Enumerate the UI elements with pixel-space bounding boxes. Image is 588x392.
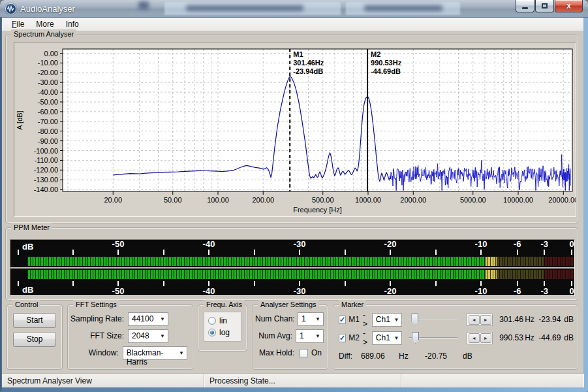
svg-text:-10.00: -10.00 <box>38 59 58 67</box>
ppm-tick-label: -3 <box>541 286 549 296</box>
m2-frequency-slider[interactable] <box>409 331 457 344</box>
ppm-tick-label: 0 <box>569 286 574 296</box>
m1-freq-value: 301.46 <box>499 315 525 324</box>
max-hold-label: Max Hold: <box>255 348 294 357</box>
m1-freq-unit: Hz <box>525 315 538 324</box>
ppm-tick <box>345 281 346 286</box>
num-avg-combo[interactable]: 1 ▼ <box>296 329 324 343</box>
marker-group: Marker ✓ M1 -> Ch1 ▼ ◄ ► <box>333 304 578 370</box>
chevron-down-icon: ▼ <box>160 333 165 339</box>
m2-channel-combo[interactable]: Ch1 ▼ <box>372 331 403 345</box>
diff-label: Diff: <box>339 351 361 361</box>
radio-lin-icon <box>208 317 216 325</box>
ppm-tick <box>254 281 255 286</box>
m2-label: M2 <box>348 333 360 342</box>
stop-button[interactable]: Stop <box>13 332 56 347</box>
num-chan-combo[interactable]: 1 ▼ <box>298 312 324 326</box>
ppm-tick-label: -30 <box>294 239 306 249</box>
svg-text:500.00: 500.00 <box>312 196 334 204</box>
svg-text:200.00: 200.00 <box>252 196 274 204</box>
num-avg-value: 1 <box>300 331 304 340</box>
client-area: File More Info Spectrum Analyser 0.00-10… <box>2 18 583 387</box>
m2-spinner: ◄ ► <box>467 332 493 344</box>
ppm-tick-label: -30 <box>294 286 306 296</box>
window-combo[interactable]: Blackman-Harris ▼ <box>123 346 187 360</box>
sampling-rate-label: Sampling Rate: <box>70 314 124 323</box>
ppm-zone <box>497 270 545 279</box>
app-icon <box>5 3 16 14</box>
fft-size-label: FFT Size: <box>70 331 124 340</box>
m1-spin-right-button[interactable]: ► <box>480 315 491 325</box>
m1-spinner: ◄ ► <box>467 314 493 326</box>
ppm-tick-label: -10 <box>475 239 487 249</box>
ppm-zone <box>544 270 575 279</box>
minimize-button[interactable] <box>516 0 534 12</box>
maximize-button[interactable] <box>535 0 554 12</box>
status-panel-processing: Processing State... <box>204 374 401 387</box>
m2-slider-thumb[interactable] <box>412 332 419 344</box>
close-button[interactable]: x <box>555 0 583 12</box>
window-label: Window: <box>70 348 119 357</box>
ppm-tick-label: -6 <box>514 239 521 249</box>
fft-size-combo[interactable]: 2048 ▼ <box>128 329 168 343</box>
m1-spin-left-button[interactable]: ◄ <box>469 315 480 325</box>
ppm-tick <box>117 281 119 286</box>
sampling-rate-value: 44100 <box>132 314 153 323</box>
ppm-tick <box>254 250 255 255</box>
menu-info[interactable]: Info <box>60 18 85 30</box>
svg-text:-80.00: -80.00 <box>38 127 58 135</box>
spectrum-group-label: Spectrum Analyser <box>11 29 76 39</box>
m1-slider-thumb[interactable] <box>411 314 418 325</box>
svg-text:0.00: 0.00 <box>44 50 58 57</box>
ppm-zone <box>27 257 485 266</box>
svg-text:-70.00: -70.00 <box>38 118 58 125</box>
chevron-down-icon: ▼ <box>315 316 320 322</box>
max-hold-checkbox[interactable] <box>300 349 308 357</box>
max-hold-option-label: On <box>311 348 322 357</box>
m2-spin-left-button[interactable]: ◄ <box>469 333 480 343</box>
ppm-tick <box>435 281 437 286</box>
radio-lin-label: lin <box>219 316 227 325</box>
background-blur-blob <box>186 5 303 11</box>
window-title: AudioAnalyser <box>20 4 75 14</box>
m1-frequency-slider[interactable] <box>409 313 457 326</box>
radio-lin[interactable]: lin <box>208 315 237 327</box>
svg-text:-130.00: -130.00 <box>34 176 58 184</box>
sampling-rate-combo[interactable]: 44100 ▼ <box>128 312 168 326</box>
title-bar[interactable]: AudioAnalyser x <box>0 0 588 18</box>
svg-text:5000.00: 5000.00 <box>460 196 486 204</box>
marker-row-m2: ✓ M2 -> Ch1 ▼ ◄ ► 990.53 <box>339 329 574 347</box>
m2-spin-right-button[interactable]: ► <box>480 333 491 343</box>
m1-channel-combo[interactable]: Ch1 ▼ <box>372 313 403 327</box>
ppm-tick <box>517 250 518 255</box>
svg-text:-30.00: -30.00 <box>38 78 58 86</box>
ppm-tick <box>163 281 164 286</box>
ppm-tick-label: -10 <box>475 286 487 296</box>
menu-more[interactable]: More <box>30 18 59 30</box>
chevron-down-icon: ▼ <box>315 333 320 339</box>
marker-row-m1: ✓ M1 -> Ch1 ▼ ◄ ► 301.46 <box>339 310 574 329</box>
status-panel-view: Spectrum Analyser View <box>2 374 204 387</box>
ppm-group-label: PPM Meter <box>11 223 52 232</box>
status-panel-empty <box>401 374 583 387</box>
start-button[interactable]: Start <box>13 313 56 328</box>
svg-text:20.00: 20.00 <box>104 196 122 204</box>
radio-log[interactable]: log <box>208 327 237 338</box>
ppm-tick <box>117 250 119 255</box>
app-window: AudioAnalyser x File More Info Spectrum … <box>0 0 588 392</box>
fft-settings-group: FFT Settings Sampling Rate: 44100 ▼ FFT … <box>67 304 193 370</box>
svg-text:-60.00: -60.00 <box>38 108 58 116</box>
ppm-zone <box>485 257 497 266</box>
ppm-tick <box>208 281 209 286</box>
m2-checkbox[interactable]: ✓ <box>339 334 346 342</box>
ppm-tick <box>299 281 300 286</box>
ppm-tick-label: 0 <box>569 239 574 249</box>
m1-checkbox[interactable]: ✓ <box>339 316 346 324</box>
svg-text:100.00: 100.00 <box>207 196 229 204</box>
analyser-group-label: Analyser Settings <box>258 300 319 309</box>
m1-level-value: -23.94 <box>538 315 564 324</box>
menu-file[interactable]: File <box>6 18 30 30</box>
m2-freq-unit: Hz <box>525 333 538 342</box>
spectrum-chart[interactable]: 0.00-10.00-20.00-30.00-40.00-50.00-60.00… <box>14 42 576 217</box>
svg-text:A [dB]: A [dB] <box>16 110 23 129</box>
